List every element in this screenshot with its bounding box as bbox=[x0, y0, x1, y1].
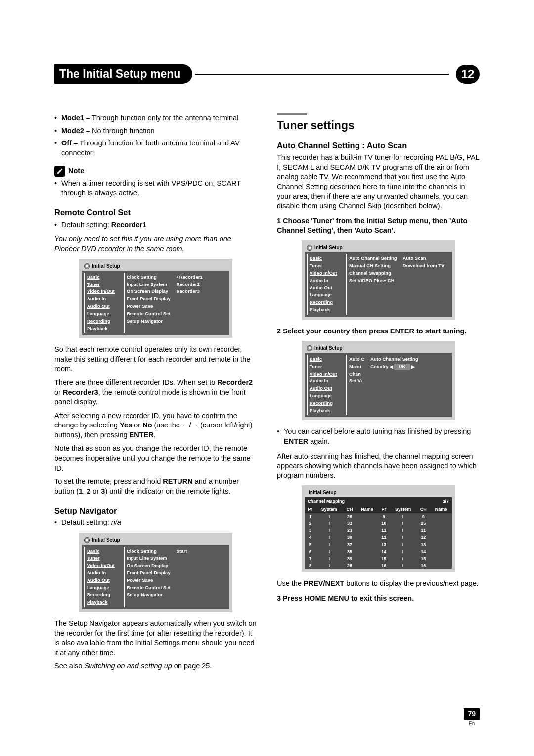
table-row: 2I3310I25 bbox=[305, 520, 452, 527]
remote-intro: You only need to set this if you are usi… bbox=[54, 235, 257, 254]
cancel-note: You can cancel before auto tuning has fi… bbox=[277, 427, 480, 446]
page-lang: En bbox=[464, 721, 480, 726]
remote-p2: There are three different recorder IDs. … bbox=[54, 378, 257, 407]
menu-left-panel: Basic Tuner Video In/Out Audio In Audio … bbox=[307, 254, 344, 315]
menu-screenshot-autoscan: Initial Setup Basic Tuner Video In/Out A… bbox=[302, 240, 455, 320]
tuner-intro: This recorder has a built-in TV tuner fo… bbox=[277, 153, 480, 211]
table-row: 3I2311I11 bbox=[305, 527, 452, 534]
chapter-number: 12 bbox=[456, 65, 480, 84]
autoscan-heading: Auto Channel Setting : Auto Scan bbox=[277, 140, 480, 151]
table-row: 7I3915I15 bbox=[305, 555, 452, 562]
menu-left-panel: Basic Tuner Video In/Out Audio In Audio … bbox=[307, 355, 344, 416]
menu-screenshot-country: Initial Setup Basic Tuner Video In/Out A… bbox=[302, 341, 455, 420]
step-3: 3 Press HOME MENU to exit this screen. bbox=[277, 594, 480, 604]
default-setting: Default setting: n/a bbox=[54, 518, 257, 528]
disc-icon bbox=[84, 263, 90, 269]
menu-mid-panel: Auto Channel Setting Manual CH Setting C… bbox=[346, 254, 399, 315]
prevnext-note: Use the PREV/NEXT buttons to display the… bbox=[277, 579, 480, 589]
mode-item: Mode2 – No through function bbox=[54, 126, 257, 136]
table-row: 5I3713I13 bbox=[305, 541, 452, 548]
page-number: 79 bbox=[464, 708, 480, 720]
setupnav-p1: The Setup Navigator appears automaticall… bbox=[54, 619, 257, 658]
note-block: Note bbox=[54, 166, 257, 177]
remote-p4: Note that as soon as you change the reco… bbox=[54, 444, 257, 473]
remote-p3: After selecting a new recorder ID, you h… bbox=[54, 411, 257, 440]
left-arrow-icon: ◀ bbox=[390, 364, 393, 370]
menu-mid-panel: Auto C Manu Chan Set Vi bbox=[346, 355, 366, 416]
right-arrow-icon: ▶ bbox=[411, 364, 415, 370]
menu-left-panel: Basic Tuner Video In/Out Audio In Audio … bbox=[84, 273, 122, 333]
channel-mapping-screenshot: Initial Setup Channel Mapping1/7 PrSyste… bbox=[302, 485, 455, 572]
disc-icon bbox=[84, 537, 90, 543]
note-label: Note bbox=[68, 166, 84, 176]
table-row: 4I3012I12 bbox=[305, 534, 452, 541]
remote-p1: So that each remote control operates onl… bbox=[54, 345, 257, 374]
menu-right-panel: • Recorder1 Recorder2 Recorder3 bbox=[175, 273, 227, 333]
left-column: Mode1 – Through function only for the an… bbox=[54, 113, 257, 675]
country-selector[interactable]: Country ◀ UK ▶ bbox=[370, 363, 448, 371]
mode-item: Off – Through function for both antenna … bbox=[54, 139, 257, 158]
step-2: 2 Select your country then press ENTER t… bbox=[277, 327, 480, 336]
table-row: 1I269I9 bbox=[305, 513, 452, 520]
menu-screenshot-remote: Initial Setup Basic Tuner Video In/Out A… bbox=[79, 259, 232, 338]
pencil-icon bbox=[54, 166, 65, 177]
mode-list: Mode1 – Through function only for the an… bbox=[54, 113, 257, 158]
note-text: When a timer recording is set with VPS/P… bbox=[54, 179, 257, 198]
channel-mapping-table: Channel Mapping1/7 PrSystemCHName PrSyst… bbox=[305, 497, 452, 569]
after-scan: After auto scanning has finished, the ch… bbox=[277, 452, 480, 481]
disc-icon bbox=[307, 245, 312, 251]
menu-left-panel: Basic Tuner Video In/Out Audio In Audio … bbox=[84, 547, 122, 608]
disc-icon bbox=[307, 345, 312, 351]
menu-mid-panel: Clock Setting Input Line System On Scree… bbox=[124, 273, 173, 333]
section-rule bbox=[277, 113, 307, 115]
default-setting: Default setting: Recorder1 bbox=[54, 220, 257, 230]
mode-item: Mode1 – Through function only for the an… bbox=[54, 113, 257, 123]
country-popup: Auto Channel Setting Country ◀ UK ▶ bbox=[368, 355, 450, 416]
page-number-badge: 79 En bbox=[464, 708, 480, 726]
table-row: 8I2616I16 bbox=[305, 562, 452, 569]
tuner-heading: Tuner settings bbox=[277, 118, 480, 133]
note-text-list: When a timer recording is set with VPS/P… bbox=[54, 179, 257, 198]
remote-heading: Remote Control Set bbox=[54, 207, 257, 218]
step-1: 1 Choose 'Tuner' from the Initial Setup … bbox=[277, 216, 480, 236]
setupnav-heading: Setup Navigator bbox=[54, 505, 257, 516]
setupnav-default: Default setting: n/a bbox=[54, 518, 257, 528]
menu-right-panel: Start bbox=[175, 547, 227, 608]
menu-right-panel: Auto Scan Download from TV bbox=[401, 254, 450, 315]
chapter-header: The Initial Setup menu 12 bbox=[54, 64, 480, 84]
remote-default: Default setting: Recorder1 bbox=[54, 220, 257, 230]
header-rule bbox=[195, 74, 449, 75]
right-column: Tuner settings Auto Channel Setting : Au… bbox=[277, 113, 480, 675]
table-row: 6I3514I14 bbox=[305, 548, 452, 555]
chapter-title: The Initial Setup menu bbox=[54, 64, 192, 84]
menu-mid-panel: Clock Setting Input Line System On Scree… bbox=[124, 547, 173, 608]
remote-p5: To set the remote, press and hold RETURN… bbox=[54, 477, 257, 496]
setupnav-p2: See also Switching on and setting up on … bbox=[54, 662, 257, 671]
menu-screenshot-setupnav: Initial Setup Basic Tuner Video In/Out A… bbox=[79, 533, 232, 612]
table-header: PrSystemCHName PrSystemCHName bbox=[305, 505, 452, 513]
